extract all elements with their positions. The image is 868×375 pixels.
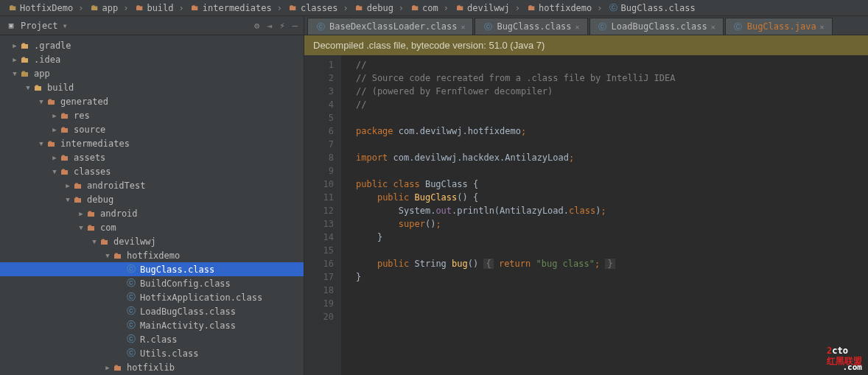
tree-node[interactable]: ⓒBugClass.class [0, 262, 304, 276]
code-editor[interactable]: 1234567891011121314151617181920 //// Sou… [304, 55, 868, 375]
folder-icon: 🖿 [190, 3, 200, 13]
expand-arrow[interactable]: ▶ [77, 210, 85, 217]
dropdown-icon[interactable]: ▾ [63, 21, 68, 31]
folder-b-icon: 🖿 [59, 153, 71, 163]
collapse-icon[interactable]: ⇥ [267, 21, 272, 31]
tree-node[interactable]: ▶🖿assets [0, 150, 304, 164]
tree-node[interactable]: ⓒR.class [0, 332, 304, 346]
folder-icon: 🖿 [7, 3, 18, 13]
breadcrumb-item[interactable]: 🖿devilwwj [452, 3, 523, 13]
folder-b-icon: 🖿 [46, 97, 57, 107]
folder-icon: 🖿 [455, 3, 465, 13]
expand-arrow[interactable]: ▶ [50, 112, 59, 119]
expand-arrow[interactable]: ▼ [63, 196, 72, 203]
tree-node[interactable]: ⓒLoadBugClass.class [0, 304, 304, 318]
tree-node[interactable]: ⓒHotfixApplication.class [0, 290, 304, 304]
close-tab-icon[interactable]: ✕ [711, 23, 715, 31]
tree-node[interactable]: ⓒMainActivity.class [0, 318, 304, 332]
folder-b-icon: 🖿 [59, 111, 71, 121]
expand-arrow[interactable]: ▶ [103, 364, 112, 371]
expand-arrow[interactable]: ▼ [37, 140, 46, 147]
tree-node[interactable]: ▶🖿androidTest [0, 178, 304, 192]
tree-node[interactable]: ▶🖿.idea [0, 52, 304, 66]
breadcrumb-item[interactable]: 🖿intermediates [187, 3, 285, 13]
expand-arrow[interactable]: ▼ [50, 168, 59, 175]
class-icon: ⓒ [125, 305, 137, 318]
tree-node[interactable]: ▼🖿com [0, 220, 304, 234]
tree-node[interactable]: ▼🖿devilwwj [0, 234, 304, 248]
breadcrumb-item[interactable]: 🖿classes [285, 3, 351, 13]
expand-arrow[interactable]: ▼ [103, 252, 112, 259]
tree-node[interactable]: ▶🖿res [0, 108, 304, 122]
settings-icon[interactable]: ⚙ [254, 21, 259, 31]
expand-arrow[interactable]: ▶ [10, 42, 19, 49]
folder-icon: 🖿 [19, 69, 31, 79]
breadcrumb-item[interactable]: 🖿debug [351, 3, 407, 13]
tree-node[interactable]: ⓒUtils.class [0, 346, 304, 360]
breadcrumb-item[interactable]: 🖿build [131, 3, 186, 13]
folder-b-icon: 🖿 [72, 194, 84, 205]
folder-b-icon: 🖿 [59, 125, 71, 135]
project-sidebar: ▣ Project ▾ ⚙ ⇥ ⚡ — ▶🖿.gradle▶🖿.idea▼🖿ap… [0, 16, 304, 375]
project-tree[interactable]: ▶🖿.gradle▶🖿.idea▼🖿app▼🖿build▼🖿generated▶… [0, 35, 304, 375]
folder-icon: 🖿 [89, 3, 99, 13]
folder-s-icon: 🖿 [32, 83, 44, 93]
tree-node[interactable]: ▶🖿source [0, 122, 304, 136]
folder-icon: 🖿 [354, 3, 365, 13]
class-icon: ⓒ [125, 291, 137, 304]
folder-b-icon: 🖿 [112, 362, 124, 373]
editor-tab[interactable]: ⒸBugClass.java✕ [725, 18, 833, 35]
tree-node[interactable]: ▼🖿hotfixdemo [0, 248, 304, 262]
breadcrumb-item[interactable]: 🖿com [407, 3, 452, 13]
tree-node[interactable]: ⓒBuildConfig.class [0, 276, 304, 290]
expand-arrow[interactable]: ▼ [77, 224, 85, 231]
expand-arrow[interactable]: ▶ [63, 182, 72, 189]
class-icon: ⓒ [125, 263, 137, 276]
class-icon: ⓒ [598, 21, 608, 32]
class-icon: ⓒ [315, 21, 326, 32]
folder-b-icon: 🖿 [46, 139, 57, 149]
sidebar-header: ▣ Project ▾ ⚙ ⇥ ⚡ — [0, 16, 304, 35]
breadcrumb-item[interactable]: 🖿HotfixDemo [4, 3, 86, 13]
close-tab-icon[interactable]: ✕ [461, 23, 465, 31]
editor-tabs: ⓒBaseDexClassLoader.class✕ⓒBugClass.clas… [304, 16, 868, 35]
tree-node[interactable]: ▼🖿generated [0, 94, 304, 108]
folder-b-icon: 🖿 [85, 208, 97, 219]
project-icon: ▣ [6, 21, 16, 31]
class-icon: ⓒ [609, 3, 619, 13]
class-icon: ⓒ [125, 347, 137, 360]
class-icon: ⓒ [483, 21, 493, 32]
editor-tab[interactable]: ⓒBugClass.class✕ [475, 18, 587, 35]
tree-node[interactable]: ▶🖿android [0, 206, 304, 220]
tree-node[interactable]: ▼🖿build [0, 80, 304, 94]
folder-s-icon: 🖿 [19, 41, 31, 51]
hide-icon[interactable]: — [293, 21, 298, 31]
folder-b-icon: 🖿 [112, 250, 124, 261]
breadcrumb-item[interactable]: 🖿app [86, 3, 131, 13]
breadcrumb-item[interactable]: ⓒBugClass.class [606, 3, 704, 13]
expand-arrow[interactable]: ▶ [50, 126, 59, 133]
breadcrumb-item[interactable]: 🖿hotfixdemo [523, 3, 605, 13]
opts-icon[interactable]: ⚡ [280, 21, 285, 31]
editor-tab[interactable]: ⓒLoadBugClass.class✕ [589, 18, 724, 35]
close-tab-icon[interactable]: ✕ [575, 23, 580, 31]
tree-node[interactable]: ▼🖿classes [0, 164, 304, 178]
expand-arrow[interactable]: ▶ [10, 56, 19, 63]
java-icon: Ⓒ [733, 21, 743, 32]
expand-arrow[interactable]: ▼ [90, 238, 99, 245]
tree-node[interactable]: ▼🖿intermediates [0, 136, 304, 150]
expand-arrow[interactable]: ▼ [24, 84, 32, 91]
editor-area: ⓒBaseDexClassLoader.class✕ⓒBugClass.clas… [304, 16, 868, 375]
folder-b-icon: 🖿 [85, 222, 97, 233]
tree-node[interactable]: ▶🖿hotfixlib [0, 360, 304, 374]
expand-arrow[interactable]: ▶ [50, 154, 59, 161]
tree-node[interactable]: ▼🖿debug [0, 192, 304, 206]
class-icon: ⓒ [125, 333, 137, 346]
expand-arrow[interactable]: ▼ [10, 70, 19, 77]
tree-node[interactable]: ▼🖿app [0, 66, 304, 80]
tree-node[interactable]: ▶🖿.gradle [0, 38, 304, 52]
expand-arrow[interactable]: ▼ [37, 98, 46, 105]
editor-tab[interactable]: ⓒBaseDexClassLoader.class✕ [307, 18, 473, 35]
code-text[interactable]: //// Source code recreated from a .class… [341, 55, 868, 375]
close-tab-icon[interactable]: ✕ [820, 23, 825, 31]
